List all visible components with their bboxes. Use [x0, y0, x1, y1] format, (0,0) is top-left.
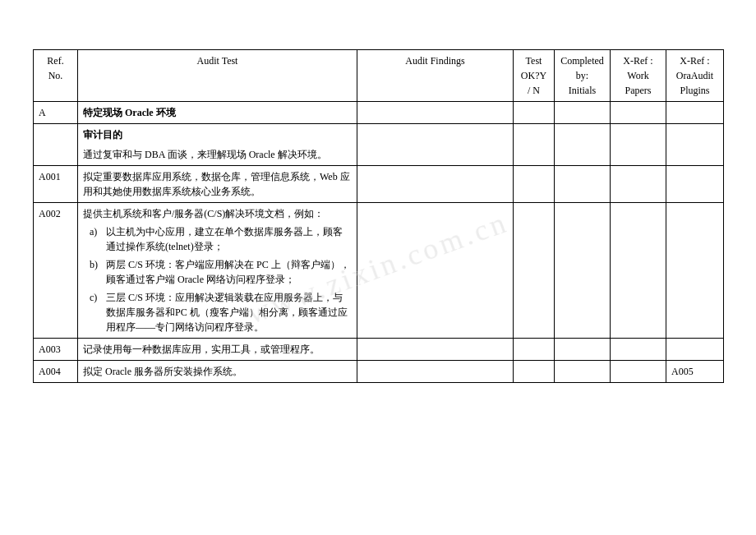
- page-container: Ref. No. Audit Test Audit Findings Test …: [0, 0, 756, 416]
- cell-xref2-a003: [666, 339, 724, 361]
- cell-test-a003: [514, 339, 555, 361]
- cell-findings-a001: [357, 166, 514, 203]
- cell-completed-a: [555, 102, 611, 124]
- table-row: A004 拟定 Oracle 服务器所安装操作系统。 A005: [34, 361, 724, 383]
- cell-completed-a003: [555, 339, 611, 361]
- header-xref1: X-Ref : Work Papers: [611, 50, 666, 102]
- cell-test-purpose: [514, 124, 555, 166]
- cell-xref1-a003: [611, 339, 666, 361]
- cell-findings-a004: [357, 361, 514, 383]
- cell-ref-a002: A002: [34, 203, 78, 339]
- sub-item-a: a) 以主机为中心应用，建立在单个数据库服务器上，顾客通过操作系统(telnet…: [83, 224, 352, 254]
- cell-xref1-purpose: [611, 124, 666, 166]
- cell-ref-a003: A003: [34, 339, 78, 361]
- cell-xref1-a004: [611, 361, 666, 383]
- cell-audit-a003: 记录使用每一种数据库应用，实用工具，或管理程序。: [78, 339, 357, 361]
- cell-completed-a004: [555, 361, 611, 383]
- table-row: A 特定现场 Oracle 环境: [34, 102, 724, 124]
- cell-ref-a004: A004: [34, 361, 78, 383]
- cell-ref-purpose: [34, 124, 78, 166]
- cell-ref-a: A: [34, 102, 78, 124]
- sub-item-c: c) 三层 C/S 环境：应用解决逻辑装载在应用服务器上，与数据库服务器和PC …: [83, 290, 352, 334]
- cell-findings-purpose: [357, 124, 514, 166]
- table-row: A003 记录使用每一种数据库应用，实用工具，或管理程序。: [34, 339, 724, 361]
- sub-item-b: b) 两层 C/S 环境：客户端应用解决在 PC 上（辩客户端），顾客通过客户端…: [83, 257, 352, 287]
- cell-audit-a: 特定现场 Oracle 环境: [78, 102, 357, 124]
- cell-xref2-a: [666, 102, 724, 124]
- cell-xref2-purpose: [666, 124, 724, 166]
- header-findings: Audit Findings: [357, 50, 514, 102]
- header-test-ok: Test OK?Y / N: [514, 50, 555, 102]
- header-xref2: X-Ref : OraAudit Plugins: [666, 50, 724, 102]
- cell-audit-purpose: 审计目的 通过复审和与 DBA 面谈，来理解现场 Oracle 解决环境。: [78, 124, 357, 166]
- cell-completed-a001: [555, 166, 611, 203]
- cell-test-a002: [514, 203, 555, 339]
- cell-xref1-a001: [611, 166, 666, 203]
- cell-completed-a002: [555, 203, 611, 339]
- table-header-row: Ref. No. Audit Test Audit Findings Test …: [34, 50, 724, 102]
- cell-audit-a004: 拟定 Oracle 服务器所安装操作系统。: [78, 361, 357, 383]
- header-ref: Ref. No.: [34, 50, 78, 102]
- cell-xref2-a001: [666, 166, 724, 203]
- cell-xref2-a004: A005: [666, 361, 724, 383]
- cell-test-a001: [514, 166, 555, 203]
- cell-findings-a003: [357, 339, 514, 361]
- cell-audit-a002: 提供主机系统和客户/服务器(C/S)解决环境文档，例如： a) 以主机为中心应用…: [78, 203, 357, 339]
- cell-completed-purpose: [555, 124, 611, 166]
- table-row: A002 提供主机系统和客户/服务器(C/S)解决环境文档，例如： a) 以主机…: [34, 203, 724, 339]
- cell-audit-a001: 拟定重要数据库应用系统，数据仓库，管理信息系统，Web 应用和其她使用数据库系统…: [78, 166, 357, 203]
- cell-xref2-a002: [666, 203, 724, 339]
- audit-table: Ref. No. Audit Test Audit Findings Test …: [33, 49, 724, 383]
- cell-findings-a: [357, 102, 514, 124]
- cell-test-a004: [514, 361, 555, 383]
- header-completed: Completed by: Initials: [555, 50, 611, 102]
- table-row: A001 拟定重要数据库应用系统，数据仓库，管理信息系统，Web 应用和其她使用…: [34, 166, 724, 203]
- cell-xref1-a002: [611, 203, 666, 339]
- cell-xref1-a: [611, 102, 666, 124]
- table-row: 审计目的 通过复审和与 DBA 面谈，来理解现场 Oracle 解决环境。: [34, 124, 724, 166]
- cell-ref-a001: A001: [34, 166, 78, 203]
- cell-test-a: [514, 102, 555, 124]
- cell-findings-a002: [357, 203, 514, 339]
- header-audit-test: Audit Test: [78, 50, 357, 102]
